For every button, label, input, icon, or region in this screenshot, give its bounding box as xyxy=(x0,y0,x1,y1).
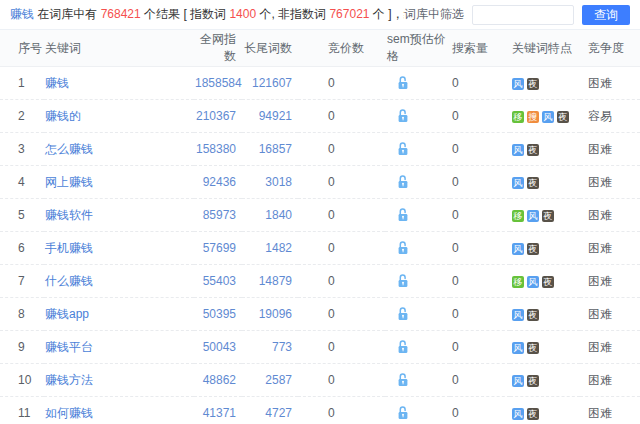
col-difficulty: 竞争度 xyxy=(580,30,640,67)
features-cell: 风夜 xyxy=(510,232,580,265)
net-index-value[interactable]: 50395 xyxy=(203,307,236,321)
search-volume-value: 0 xyxy=(452,208,459,222)
bid-count-cell: 0 xyxy=(298,298,385,331)
keyword-cell: 手机赚钱 xyxy=(44,232,194,265)
longtail-count-value[interactable]: 121607 xyxy=(252,76,292,90)
difficulty-value: 困难 xyxy=(588,142,612,156)
filter-label: 词库中筛选 xyxy=(404,6,464,23)
search-volume-cell: 0 xyxy=(450,265,510,298)
lock-icon[interactable] xyxy=(397,142,409,156)
features-cell: 风夜 xyxy=(510,166,580,199)
lock-icon[interactable] xyxy=(397,175,409,189)
feature-badge-blue: 风 xyxy=(527,276,539,288)
net-index-value[interactable]: 210367 xyxy=(196,109,236,123)
summary-text: 在词库中有 xyxy=(34,7,101,21)
longtail-cell: 14879 xyxy=(242,265,298,298)
search-volume-value: 0 xyxy=(452,241,459,255)
row-index: 8 xyxy=(0,298,44,331)
net-index-value[interactable]: 50043 xyxy=(203,340,236,354)
net-index-cell: 92436 xyxy=(194,166,242,199)
net-index-value[interactable]: 85973 xyxy=(203,208,236,222)
keyword-cell: 网上赚钱 xyxy=(44,166,194,199)
longtail-count-value[interactable]: 4727 xyxy=(265,406,292,420)
keyword-cell: 如何赚钱 xyxy=(44,397,194,424)
keyword-link[interactable]: 手机赚钱 xyxy=(45,241,93,255)
difficulty-value: 困难 xyxy=(588,406,612,420)
net-index-cell: 50395 xyxy=(194,298,242,331)
keyword-link[interactable]: 赚钱 xyxy=(45,76,69,90)
search-volume-cell: 0 xyxy=(450,364,510,397)
longtail-count-value[interactable]: 19096 xyxy=(259,307,292,321)
lock-icon[interactable] xyxy=(397,241,409,255)
lock-icon[interactable] xyxy=(397,340,409,354)
lock-icon[interactable] xyxy=(397,307,409,321)
difficulty-cell: 困难 xyxy=(580,364,640,397)
keyword-link[interactable]: 赚钱方法 xyxy=(45,373,93,387)
sem-price-cell xyxy=(385,265,450,298)
sem-price-cell xyxy=(385,166,450,199)
row-index: 10 xyxy=(0,364,44,397)
search-volume-cell: 0 xyxy=(450,166,510,199)
keyword-cell: 赚钱方法 xyxy=(44,364,194,397)
sem-price-cell xyxy=(385,133,450,166)
bid-count-cell: 0 xyxy=(298,232,385,265)
net-index-value[interactable]: 92436 xyxy=(203,175,236,189)
longtail-count-value[interactable]: 2587 xyxy=(265,373,292,387)
keyword-cell: 怎么赚钱 xyxy=(44,133,194,166)
longtail-count-value[interactable]: 1840 xyxy=(265,208,292,222)
keyword-link[interactable]: 赚钱平台 xyxy=(45,340,93,354)
lock-icon[interactable] xyxy=(397,208,409,222)
feature-badge-blue: 风 xyxy=(512,309,524,321)
net-index-value[interactable]: 55403 xyxy=(203,274,236,288)
difficulty-cell: 容易 xyxy=(580,100,640,133)
longtail-count-value[interactable]: 773 xyxy=(272,340,292,354)
result-summary: 赚钱 在词库中有 768421 个结果 [ 指数词 1400 个, 非指数词 7… xyxy=(10,6,404,23)
difficulty-value: 困难 xyxy=(588,373,612,387)
sem-price-cell xyxy=(385,397,450,424)
longtail-count-value[interactable]: 16857 xyxy=(259,142,292,156)
lock-icon[interactable] xyxy=(397,76,409,90)
lock-icon[interactable] xyxy=(397,406,409,420)
keyword-link[interactable]: 赚钱软件 xyxy=(45,208,93,222)
col-keyword: 关键词 xyxy=(44,30,194,67)
search-button[interactable]: 查询 xyxy=(582,5,630,25)
longtail-count-value[interactable]: 94921 xyxy=(259,109,292,123)
features-cell: 风夜 xyxy=(510,331,580,364)
keyword-link[interactable]: 怎么赚钱 xyxy=(45,142,93,156)
searched-keyword-link[interactable]: 赚钱 xyxy=(10,7,34,21)
net-index-value[interactable]: 1858584 xyxy=(195,76,242,90)
keyword-link[interactable]: 网上赚钱 xyxy=(45,175,93,189)
keyword-cell: 赚钱软件 xyxy=(44,199,194,232)
net-index-value[interactable]: 41371 xyxy=(203,406,236,420)
difficulty-cell: 困难 xyxy=(580,331,640,364)
search-volume-cell: 0 xyxy=(450,397,510,424)
filter-input[interactable] xyxy=(472,5,574,25)
longtail-count-value[interactable]: 1482 xyxy=(265,241,292,255)
difficulty-value: 困难 xyxy=(588,340,612,354)
lock-icon[interactable] xyxy=(397,274,409,288)
lock-icon[interactable] xyxy=(397,109,409,123)
feature-badge-dark: 夜 xyxy=(527,342,539,354)
keyword-link[interactable]: 赚钱app xyxy=(45,307,89,321)
net-index-value[interactable]: 158380 xyxy=(196,142,236,156)
bid-count-cell: 0 xyxy=(298,265,385,298)
keyword-link[interactable]: 如何赚钱 xyxy=(45,406,93,420)
net-index-value[interactable]: 57699 xyxy=(203,241,236,255)
table-row: 9赚钱平台5004377300风夜困难 xyxy=(0,331,640,364)
longtail-count-value[interactable]: 3018 xyxy=(265,175,292,189)
col-search-volume: 搜索量 xyxy=(450,30,510,67)
table-row: 4网上赚钱92436301800风夜困难 xyxy=(0,166,640,199)
search-volume-cell: 0 xyxy=(450,298,510,331)
bid-count-value: 0 xyxy=(328,241,335,255)
lock-icon[interactable] xyxy=(397,373,409,387)
row-index: 1 xyxy=(0,67,44,100)
table-row: 8赚钱app503951909600风夜困难 xyxy=(0,298,640,331)
search-volume-value: 0 xyxy=(452,307,459,321)
feature-badge-blue: 风 xyxy=(512,177,524,189)
keyword-link[interactable]: 赚钱的 xyxy=(45,109,81,123)
net-index-value[interactable]: 48862 xyxy=(203,373,236,387)
keyword-link[interactable]: 什么赚钱 xyxy=(45,274,93,288)
longtail-count-value[interactable]: 14879 xyxy=(259,274,292,288)
library-filter: 词库中筛选 查询 xyxy=(404,5,630,25)
features-cell: 移搜风夜 xyxy=(510,100,580,133)
